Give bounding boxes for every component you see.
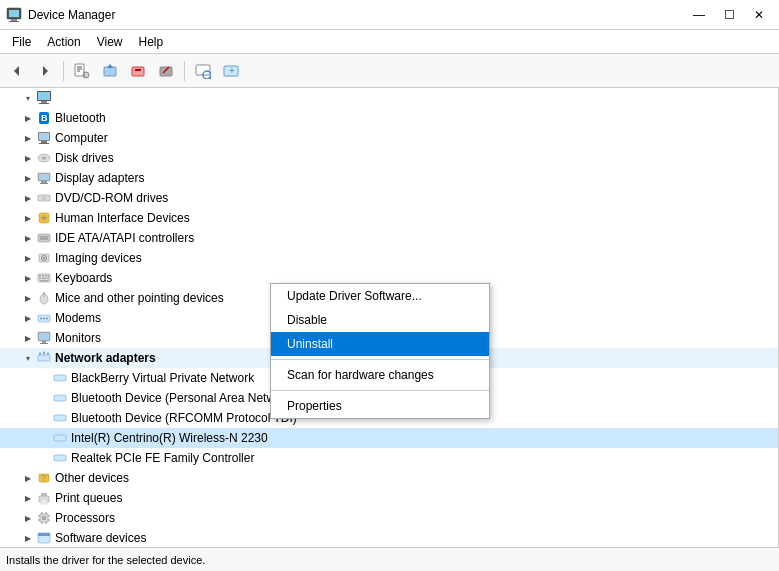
tree-item-intel-wireless[interactable]: ▶ Intel(R) Centrino(R) Wireless-N 2230 — [0, 428, 778, 448]
tree-item-processors[interactable]: ▶ Processors — [0, 508, 778, 528]
expand-mice[interactable]: ▶ — [20, 290, 36, 306]
tree-label-network: Network adapters — [55, 351, 156, 365]
svg-rect-79 — [54, 415, 66, 421]
expand-bluetooth[interactable]: ▶ — [20, 110, 36, 126]
menu-view[interactable]: View — [89, 33, 131, 51]
expand-network[interactable]: ▾ — [20, 350, 36, 366]
window-title: Device Manager — [28, 8, 115, 22]
main-area: ▾ ▶ B Bluetooth ▶ — [0, 88, 779, 547]
tree-label-bt-rfcomm: Bluetooth Device (RFCOMM Protocol TDI) — [71, 411, 297, 425]
expand-monitors[interactable]: ▶ — [20, 330, 36, 346]
svg-rect-46 — [40, 236, 48, 240]
expand-print[interactable]: ▶ — [20, 490, 36, 506]
svg-rect-69 — [40, 343, 48, 344]
expand-other[interactable]: ▶ — [20, 470, 36, 486]
svg-rect-38 — [40, 183, 48, 184]
expand-ide[interactable]: ▶ — [20, 230, 36, 246]
ctx-scan[interactable]: Scan for hardware changes — [271, 363, 489, 387]
tree-root[interactable]: ▾ — [0, 88, 778, 108]
add-hardware-button[interactable]: + — [218, 58, 244, 84]
svg-point-75 — [43, 352, 45, 354]
svg-point-74 — [39, 353, 41, 355]
tree-label-print: Print queues — [55, 491, 122, 505]
nic-icon-5 — [52, 450, 68, 466]
tree-item-dvd[interactable]: ▶ DVD/CD-ROM drives — [0, 188, 778, 208]
menu-action[interactable]: Action — [39, 33, 88, 51]
expand-imaging[interactable]: ▶ — [20, 250, 36, 266]
svg-marker-4 — [14, 66, 19, 76]
device-tree[interactable]: ▾ ▶ B Bluetooth ▶ — [0, 88, 779, 547]
update-driver-button[interactable] — [97, 58, 123, 84]
tree-item-disk[interactable]: ▶ Disk drives — [0, 148, 778, 168]
svg-rect-77 — [54, 375, 66, 381]
scan-button[interactable] — [190, 58, 216, 84]
svg-rect-36 — [39, 174, 49, 180]
status-bar: Installs the driver for the selected dev… — [0, 547, 779, 571]
computer-icon — [36, 90, 52, 106]
forward-button[interactable] — [32, 58, 58, 84]
ctx-separator — [271, 359, 489, 360]
modem-icon — [36, 310, 52, 326]
expand-disk[interactable]: ▶ — [20, 150, 36, 166]
minimize-button[interactable]: — — [685, 5, 713, 25]
expand-keyboards[interactable]: ▶ — [20, 270, 36, 286]
close-button[interactable]: ✕ — [745, 5, 773, 25]
tree-label-bluetooth: Bluetooth — [55, 111, 106, 125]
svg-rect-25 — [41, 101, 47, 103]
monitor-icon — [36, 330, 52, 346]
svg-rect-14 — [132, 67, 144, 76]
maximize-button[interactable]: ☐ — [715, 5, 743, 25]
tree-item-hid[interactable]: ▶ Human Interface Devices — [0, 208, 778, 228]
svg-point-65 — [46, 318, 48, 320]
svg-point-34 — [42, 157, 46, 160]
disk-icon — [36, 150, 52, 166]
tree-label-keyboards: Keyboards — [55, 271, 112, 285]
tree-item-bluetooth[interactable]: ▶ B Bluetooth — [0, 108, 778, 128]
uninstall-button[interactable] — [125, 58, 151, 84]
properties-button[interactable]: i — [69, 58, 95, 84]
tree-label-mice: Mice and other pointing devices — [55, 291, 224, 305]
svg-marker-13 — [107, 64, 113, 68]
svg-rect-85 — [41, 493, 47, 496]
title-bar-left: Device Manager — [6, 7, 115, 23]
expand-computer[interactable]: ▶ — [20, 130, 36, 146]
ctx-update-driver[interactable]: Update Driver Software... — [271, 284, 489, 308]
menu-help[interactable]: Help — [131, 33, 172, 51]
ctx-disable[interactable]: Disable — [271, 308, 489, 332]
svg-rect-58 — [40, 280, 48, 282]
expand-dvd[interactable]: ▶ — [20, 190, 36, 206]
toolbar: i + — [0, 54, 779, 88]
tree-item-imaging[interactable]: ▶ Imaging devices — [0, 248, 778, 268]
tree-item-print[interactable]: ▶ Print queues — [0, 488, 778, 508]
expand-modems[interactable]: ▶ — [20, 310, 36, 326]
expand-root[interactable]: ▾ — [20, 90, 36, 106]
svg-rect-98 — [38, 533, 50, 536]
ctx-properties[interactable]: Properties — [271, 394, 489, 418]
tree-label-hid: Human Interface Devices — [55, 211, 190, 225]
nic-icon-3 — [52, 410, 68, 426]
tree-item-other[interactable]: ▶ ? Other devices — [0, 468, 778, 488]
tree-item-computer[interactable]: ▶ Computer — [0, 128, 778, 148]
ctx-uninstall[interactable]: Uninstall — [271, 332, 489, 356]
back-button[interactable] — [4, 58, 30, 84]
tree-label-dvd: DVD/CD-ROM drives — [55, 191, 168, 205]
toolbar-separator-2 — [184, 61, 185, 81]
menu-file[interactable]: File — [4, 33, 39, 51]
title-bar-controls: — ☐ ✕ — [685, 5, 773, 25]
tree-item-display[interactable]: ▶ Display adapters — [0, 168, 778, 188]
tree-item-ide[interactable]: ▶ IDE ATA/ATAPI controllers — [0, 228, 778, 248]
tree-item-realtek[interactable]: ▶ Realtek PCIe FE Family Controller — [0, 448, 778, 468]
svg-rect-67 — [39, 333, 49, 340]
expand-hid[interactable]: ▶ — [20, 210, 36, 226]
svg-point-64 — [43, 318, 45, 320]
tree-item-software[interactable]: ▶ Software devices — [0, 528, 778, 547]
disable-button[interactable] — [153, 58, 179, 84]
expand-software[interactable]: ▶ — [20, 530, 36, 546]
expand-display[interactable]: ▶ — [20, 170, 36, 186]
computer-category-icon — [36, 130, 52, 146]
svg-rect-51 — [39, 275, 41, 277]
expand-processors[interactable]: ▶ — [20, 510, 36, 526]
menu-bar: File Action View Help — [0, 30, 779, 54]
keyboard-icon — [36, 270, 52, 286]
nic-icon-4 — [52, 430, 68, 446]
